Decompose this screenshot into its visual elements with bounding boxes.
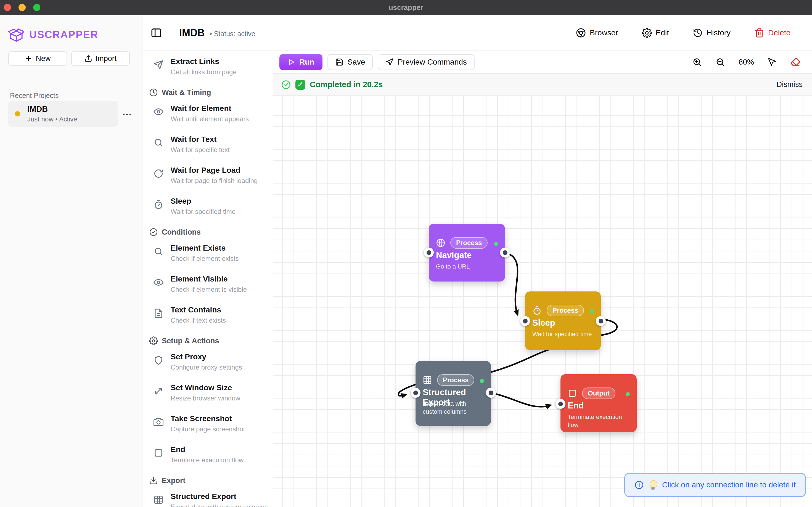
palette-item-extract-links[interactable]: Extract Links Get all links from page: [143, 57, 273, 76]
workflow-canvas[interactable]: Process Navigate Go to a URL Process Sle…: [273, 96, 812, 507]
trash-icon: [754, 28, 764, 38]
node-desc: Export data with custom columns: [423, 400, 485, 416]
history-button[interactable]: History: [693, 28, 730, 38]
recent-projects-label: Recent Projects: [10, 92, 59, 100]
eraser-icon: [791, 57, 800, 67]
node-end[interactable]: Output End Terminate execution flow: [560, 374, 637, 432]
palette-section-conditions: Conditions: [143, 228, 273, 236]
zoom-out-button[interactable]: [715, 57, 725, 67]
brand-name: USCRAPPER: [29, 29, 98, 41]
node-desc: Wait for specified time: [532, 330, 595, 338]
delete-button[interactable]: Delete: [754, 28, 791, 38]
palette-item-wait-for-page-load[interactable]: Wait for Page Load Wait for page to fini…: [143, 166, 273, 185]
palette-item-structured-export[interactable]: Structured Export Export data with custo…: [143, 492, 273, 507]
palette-section-wait-timing: Wait & Timing: [143, 88, 273, 97]
square-icon: [154, 448, 163, 458]
palette-item-title: Take Screenshot: [171, 414, 245, 423]
node-sleep[interactable]: Process Sleep Wait for specified time: [525, 291, 601, 350]
palette-item-element-visible[interactable]: Element Visible Check if element is visi…: [143, 275, 273, 293]
browser-label: Browser: [590, 29, 618, 37]
palette-item-title: Extract Links: [171, 57, 236, 66]
node-type-badge: Output: [582, 388, 615, 399]
eye-icon: [154, 107, 163, 117]
square-icon: [567, 389, 577, 398]
palette-item-element-exists[interactable]: Element Exists Check if element exists: [143, 244, 273, 263]
zoom-in-icon: [692, 57, 702, 67]
project-card-imdb[interactable]: IMDB Just now • Active: [8, 101, 118, 127]
edit-button[interactable]: Edit: [642, 28, 669, 38]
palette-item-text-contains[interactable]: Text Contains Check if text exists: [143, 305, 273, 324]
input-port[interactable]: [424, 247, 434, 258]
palette-item-set-window-size[interactable]: Set Window Size Resize browser window: [143, 383, 273, 402]
node-status-dot: [480, 379, 484, 383]
palette-section-setup-actions: Setup & Actions: [143, 336, 273, 345]
palette-item-wait-for-element[interactable]: Wait for Element Wait until element appe…: [143, 104, 273, 123]
save-label: Save: [347, 58, 365, 66]
save-button[interactable]: Save: [327, 54, 373, 70]
clock-icon: [149, 88, 158, 97]
node-desc: Go to a URL: [436, 263, 499, 271]
gear-icon: [642, 28, 652, 38]
run-button[interactable]: Run: [279, 54, 322, 70]
palette-section-export: Export: [143, 476, 273, 485]
node-title: Sleep: [532, 318, 555, 328]
input-port[interactable]: [520, 316, 530, 326]
search-icon: [154, 138, 163, 148]
plus-icon: [24, 55, 32, 62]
edge-navigate-to-sleep: [508, 254, 518, 314]
browser-button[interactable]: Browser: [576, 28, 618, 38]
node-type-badge: Process: [450, 237, 488, 249]
palette-item-desc: Terminate execution flow: [171, 456, 243, 464]
node-structured-export[interactable]: Process Structured Export Export data wi…: [416, 361, 491, 426]
history-label: History: [707, 29, 730, 37]
page-title: IMDB: [179, 27, 205, 39]
sidebar-toggle-button[interactable]: [143, 15, 170, 51]
project-more-button[interactable]: [121, 109, 132, 121]
palette-item-desc: Check if text exists: [171, 317, 226, 324]
resize-icon: [154, 386, 163, 396]
palette-item-end[interactable]: End Terminate execution flow: [143, 445, 273, 464]
minimize-window-button[interactable]: [18, 4, 26, 11]
history-icon: [693, 28, 703, 38]
output-port[interactable]: [486, 388, 496, 398]
preview-commands-button[interactable]: Preview Commands: [378, 54, 475, 70]
send-icon: [154, 60, 163, 70]
timer-icon: [532, 306, 542, 315]
close-window-button[interactable]: [4, 4, 11, 11]
output-port[interactable]: [500, 247, 510, 258]
new-project-button[interactable]: New: [8, 51, 67, 66]
sidebar: USCRAPPER New Import Recent Projects IMD…: [0, 15, 143, 507]
project-name: IMDB: [27, 105, 77, 114]
traffic-lights: [4, 4, 40, 11]
zoom-level[interactable]: 80%: [739, 58, 754, 66]
palette-item-desc: Wait for specified time: [171, 208, 235, 216]
edge-structured-export-to-end: [496, 394, 550, 407]
palette-item-wait-for-text[interactable]: Wait for Text Wait for specific text: [143, 135, 273, 154]
palette-item-desc: Wait for page to finish loading: [171, 177, 258, 185]
box-logo-icon: [8, 26, 25, 43]
palette-section-label: Wait & Timing: [162, 88, 211, 97]
palette-item-set-proxy[interactable]: Set Proxy Configure proxy settings: [143, 352, 273, 371]
zoom-out-icon: [715, 57, 725, 67]
palette-item-take-screenshot[interactable]: Take Screenshot Capture page screenshot: [143, 414, 273, 433]
workflow-toolbar: Run Save Preview Commands 80%: [273, 51, 812, 73]
select-tool-button[interactable]: [767, 57, 777, 67]
import-project-button[interactable]: Import: [71, 51, 130, 66]
maximize-window-button[interactable]: [33, 4, 40, 11]
input-port[interactable]: [411, 388, 421, 398]
eraser-tool-button[interactable]: [791, 57, 800, 67]
info-icon: [635, 480, 644, 490]
app-logo: USCRAPPER: [8, 26, 98, 43]
upload-icon: [85, 55, 92, 62]
dismiss-button[interactable]: Dismiss: [777, 80, 812, 89]
eye-icon: [154, 277, 163, 287]
output-port[interactable]: [596, 316, 606, 326]
lightbulb-icon: [649, 480, 657, 490]
node-status-dot: [626, 392, 630, 396]
input-port[interactable]: [555, 399, 565, 409]
zoom-in-button[interactable]: [692, 57, 702, 67]
node-desc: Terminate execution flow: [567, 413, 631, 429]
node-type-badge: Process: [547, 305, 584, 316]
palette-item-sleep[interactable]: Sleep Wait for specified time: [143, 197, 273, 216]
node-navigate[interactable]: Process Navigate Go to a URL: [429, 224, 505, 282]
